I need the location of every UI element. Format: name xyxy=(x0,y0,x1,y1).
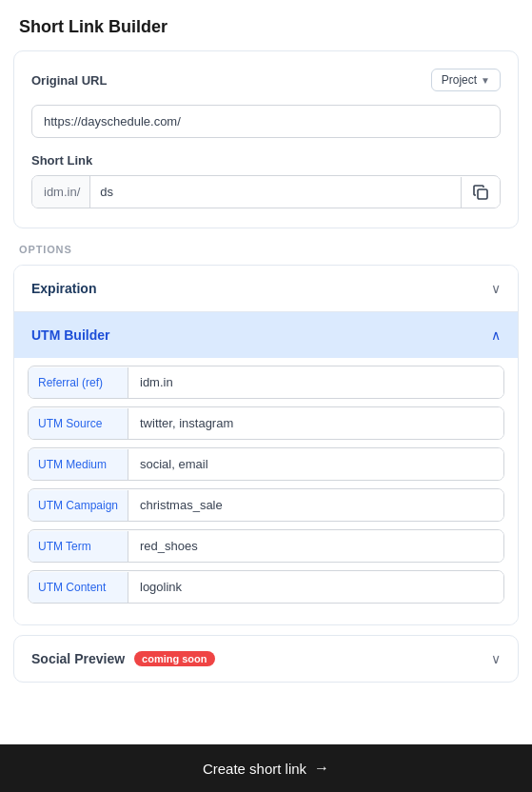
expiration-chevron-icon: ∨ xyxy=(491,281,501,296)
utm-field-row: Referral (ref) xyxy=(28,366,504,399)
utm-builder-title: UTM Builder xyxy=(31,327,109,343)
accordion: Expiration ∨ UTM Builder ∧ Referral (ref… xyxy=(13,265,519,625)
page-container: Short Link Builder Original URL Project … xyxy=(0,0,532,792)
short-link-label: Short Link xyxy=(31,153,501,168)
arrow-right-icon: → xyxy=(314,760,329,777)
utm-field-row: UTM Campaign xyxy=(28,488,504,522)
social-preview-left: Social Preview coming soon xyxy=(31,651,215,666)
short-link-row: idm.in/ xyxy=(31,175,501,208)
expiration-accordion-header[interactable]: Expiration ∨ xyxy=(14,266,518,311)
utm-field-label-2: UTM Medium xyxy=(29,449,128,480)
utm-field-row: UTM Medium xyxy=(28,447,504,481)
chevron-down-icon: ▼ xyxy=(481,75,490,86)
page-title: Short Link Builder xyxy=(0,0,532,50)
social-preview-chevron-icon: ∨ xyxy=(491,651,501,666)
utm-field-input-3[interactable] xyxy=(128,489,503,521)
project-button-label: Project xyxy=(442,73,477,87)
create-short-link-label: Create short link xyxy=(203,761,306,777)
original-url-row: Original URL Project ▼ xyxy=(31,69,501,91)
copy-icon xyxy=(471,183,490,202)
utm-builder-accordion-item: UTM Builder ∧ Referral (ref)UTM SourceUT… xyxy=(14,312,518,624)
utm-field-input-4[interactable] xyxy=(128,530,503,562)
utm-field-row: UTM Source xyxy=(28,406,504,440)
utm-field-label-4: UTM Term xyxy=(29,531,128,562)
utm-field-label-0: Referral (ref) xyxy=(29,367,128,398)
options-label: OPTIONS xyxy=(0,228,532,265)
short-link-input[interactable] xyxy=(90,176,461,208)
svg-rect-0 xyxy=(478,189,487,199)
utm-field-label-3: UTM Campaign xyxy=(29,490,128,521)
expiration-accordion-item: Expiration ∨ xyxy=(14,266,518,312)
copy-button[interactable] xyxy=(461,177,500,208)
utm-fields-container: Referral (ref)UTM SourceUTM MediumUTM Ca… xyxy=(28,366,504,604)
utm-builder-accordion-header[interactable]: UTM Builder ∧ xyxy=(14,312,518,358)
utm-field-label-1: UTM Source xyxy=(29,408,128,439)
create-short-link-bar[interactable]: Create short link → xyxy=(0,744,532,792)
coming-soon-badge: coming soon xyxy=(134,651,214,666)
utm-field-row: UTM Content xyxy=(28,570,504,604)
utm-field-input-2[interactable] xyxy=(128,448,503,480)
social-preview-header[interactable]: Social Preview coming soon ∨ xyxy=(13,635,519,683)
original-url-input[interactable] xyxy=(31,105,501,138)
utm-field-input-5[interactable] xyxy=(128,571,503,603)
utm-field-row: UTM Term xyxy=(28,529,504,563)
social-preview-section: Social Preview coming soon ∨ xyxy=(13,635,519,683)
project-button[interactable]: Project ▼ xyxy=(431,69,501,91)
create-short-link-button[interactable]: Create short link → xyxy=(203,760,329,777)
utm-builder-chevron-icon: ∧ xyxy=(491,327,501,343)
utm-field-label-5: UTM Content xyxy=(29,572,128,603)
utm-field-input-1[interactable] xyxy=(128,407,503,439)
social-preview-title: Social Preview xyxy=(31,651,125,666)
utm-field-input-0[interactable] xyxy=(128,366,503,398)
utm-builder-content: Referral (ref)UTM SourceUTM MediumUTM Ca… xyxy=(14,358,518,624)
short-link-prefix: idm.in/ xyxy=(32,176,90,208)
original-url-label: Original URL xyxy=(31,73,107,88)
main-card: Original URL Project ▼ Short Link idm.in… xyxy=(13,50,519,228)
expiration-title: Expiration xyxy=(31,281,96,296)
